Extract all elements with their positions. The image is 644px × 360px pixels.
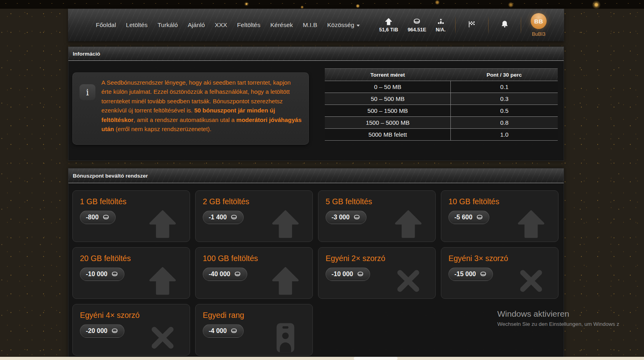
coin-icon (102, 214, 110, 221)
nav-item-xxx[interactable]: XXX (215, 21, 227, 29)
rank-value: N/A. (436, 27, 446, 33)
nav-item-feltoltes[interactable]: Feltöltés (237, 21, 260, 29)
size-cell: 500 – 1500 MB (325, 105, 450, 116)
horizontal-scrollbar[interactable] (0, 357, 644, 360)
nav-item-label: XXX (215, 21, 227, 29)
redeem-card-100gb-upload[interactable]: 100 GB feltöltés -40 000 (195, 247, 313, 299)
redeem-card-1gb-upload[interactable]: 1 GB feltöltés -800 (72, 190, 190, 242)
card-title: Egyéni 2× szorzó (326, 254, 385, 263)
card-title: 1 GB feltöltés (80, 197, 126, 206)
nav-item-label: Feltöltés (237, 21, 260, 29)
redeem-card-2x-multiplier[interactable]: Egyéni 2× szorzó -10 000 (318, 247, 436, 299)
notifications-button[interactable] (498, 20, 511, 30)
coin-icon (234, 271, 241, 278)
reports-flag-button[interactable] (465, 20, 479, 30)
cost-badge: -20 000 (80, 324, 124, 338)
cost-badge: -3 000 (326, 211, 367, 224)
nav-item-turkalo[interactable]: Turkáló (157, 21, 178, 29)
upload-arrow-icon (270, 265, 301, 297)
page: Főoldal Letöltés Turkáló Ajánló XXX Felt… (0, 0, 644, 360)
nav-item-kozosseg[interactable]: Közösség (327, 21, 360, 29)
coin-icon (111, 328, 118, 335)
checkered-flag-icon (467, 20, 476, 30)
divider (521, 16, 521, 34)
user-menu[interactable]: BB BuBI3 (531, 13, 547, 37)
stat-bonus-points[interactable]: 964.51E (407, 18, 426, 33)
top-banner-texture (0, 0, 644, 9)
cost-badge: -1 400 (203, 211, 244, 224)
upload-arrow-icon (392, 208, 424, 240)
cost-badge: -15 000 (448, 267, 493, 281)
cost-value: -20 000 (86, 327, 107, 335)
cost-value: -4 000 (209, 327, 227, 335)
windows-activation-watermark: Windows aktivieren Wechseln Sie zu den E… (497, 309, 619, 327)
card-title: 20 GB feltöltés (80, 254, 131, 263)
table-row: 5000 MB felett 1.0 (325, 128, 558, 140)
redeem-card-5gb-upload[interactable]: 5 GB feltöltés -3 000 (318, 190, 436, 242)
cost-badge: -4 000 (203, 324, 244, 338)
stat-upload[interactable]: 51,6 TiB (379, 18, 398, 33)
upload-amount: 51,6 TiB (379, 27, 398, 33)
nav-item-ajanlo[interactable]: Ajánló (188, 21, 205, 29)
redeem-card-10gb-upload[interactable]: 10 GB feltöltés -5 600 (441, 190, 559, 242)
cost-value: -5 600 (454, 214, 472, 221)
redeem-card-20gb-upload[interactable]: 20 GB feltöltés -10 000 (72, 247, 190, 299)
cost-value: -10 000 (332, 271, 353, 278)
cost-value: -40 000 (209, 271, 230, 278)
redeem-card-2gb-upload[interactable]: 2 GB feltöltés -1 400 (195, 190, 313, 242)
redeem-panel: Bónuszpont beváltó rendszer 1 GB feltölt… (68, 168, 564, 360)
card-title: Egyéni 4× szorzó (80, 311, 140, 320)
upload-arrow-icon (515, 208, 547, 240)
nav-item-label: Letöltés (126, 21, 147, 29)
multiply-x-icon (515, 265, 547, 297)
nav-item-keresek[interactable]: Kérések (270, 21, 293, 29)
nav-item-letoltes[interactable]: Letöltés (126, 21, 147, 29)
ranking-star-icon (437, 18, 445, 25)
bell-icon (500, 20, 509, 30)
nav-item-mib[interactable]: M.I.B (303, 21, 317, 29)
redeem-panel-header: Bónuszpont beváltó rendszer (68, 168, 564, 183)
redeem-card-custom-rank[interactable]: Egyedi rang -4 000 (195, 304, 313, 356)
redeem-cards-grid: 1 GB feltöltés -800 2 GB feltöltés -1 40… (72, 190, 561, 356)
redeem-card-3x-multiplier[interactable]: Egyéni 3× szorzó -15 000 (441, 247, 559, 299)
coin-icon (413, 18, 421, 25)
nav-item-label: Kérések (270, 21, 293, 29)
id-badge-icon (270, 322, 301, 354)
coin-icon (111, 271, 118, 278)
card-title: 100 GB feltöltés (203, 254, 258, 263)
scrollbar-thumb[interactable] (354, 357, 398, 360)
card-title: 10 GB feltöltés (448, 197, 499, 206)
table-row: 500 – 1500 MB 0.5 (325, 105, 558, 116)
seed-bonus-infobox: i A Seedbónuszrendszer lényege, hogy aki… (72, 72, 309, 145)
info-panel-header: Információ (68, 47, 564, 61)
column-header-torrent-size: Torrent méret (325, 69, 450, 81)
card-title: 5 GB feltöltés (326, 197, 372, 206)
size-cell: 5000 MB felett (325, 129, 450, 140)
points-table: Torrent méret Pont / 30 perc 0 – 50 MB 0… (325, 68, 558, 141)
nav-item-label: Ajánló (188, 21, 205, 29)
coin-icon (353, 214, 361, 221)
nav-item-label: Turkáló (157, 21, 178, 29)
upload-arrow-icon (385, 18, 392, 25)
coin-icon (230, 214, 238, 221)
points-table-body: 0 – 50 MB 0.1 50 – 500 MB 0.3 500 – 1500… (325, 81, 558, 140)
upload-arrow-icon (270, 208, 301, 240)
nav-item-fooldal[interactable]: Főoldal (96, 21, 116, 29)
watermark-title: Windows aktivieren (497, 309, 619, 319)
chevron-down-icon (357, 25, 360, 27)
stat-rank[interactable]: N/A. (436, 18, 446, 33)
cost-badge: -5 600 (448, 211, 489, 224)
redeem-card-4x-multiplier[interactable]: Egyéni 4× szorzó -20 000 (72, 304, 190, 356)
cost-value: -15 000 (454, 271, 476, 278)
description-segment: (erről nem kapsz rendszerüzenetet). (114, 126, 211, 132)
divider (488, 16, 489, 34)
multiply-x-icon (147, 322, 178, 354)
size-cell: 50 – 500 MB (325, 93, 450, 105)
cost-badge: -40 000 (203, 267, 247, 281)
avatar[interactable]: BB (531, 13, 547, 29)
column-header-points: Pont / 30 perc (450, 69, 558, 81)
coin-icon (479, 271, 487, 278)
cost-value: -800 (86, 214, 99, 221)
size-cell: 0 – 50 MB (325, 81, 450, 93)
upload-arrow-icon (147, 265, 178, 297)
